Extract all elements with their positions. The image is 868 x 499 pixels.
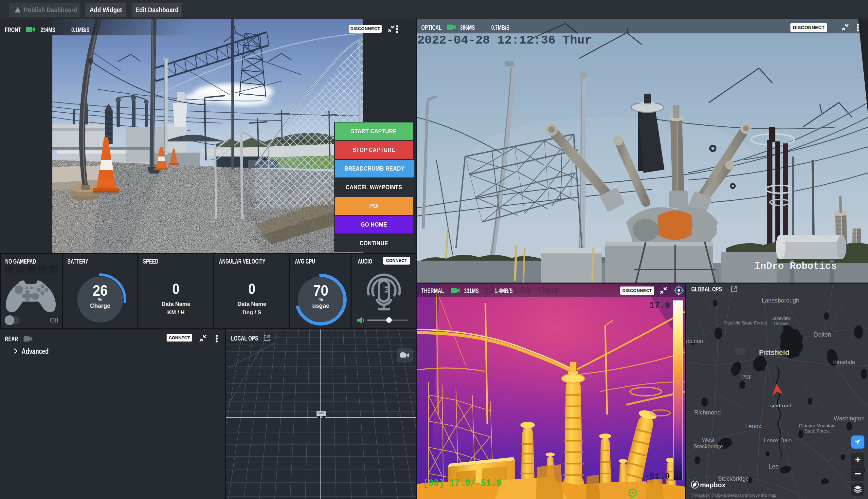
svg-text:17.9: 17.9 — [650, 301, 670, 311]
svg-text:-51.9: -51.9 — [644, 472, 670, 481]
svg-text:%: % — [319, 297, 323, 302]
svg-text:Charge: Charge — [90, 303, 110, 309]
svg-text:usgae: usgae — [312, 303, 329, 309]
svg-text:[00] 17.9/-51.9: [00] 17.9/-51.9 — [423, 478, 502, 489]
svg-text:%: % — [98, 297, 102, 302]
